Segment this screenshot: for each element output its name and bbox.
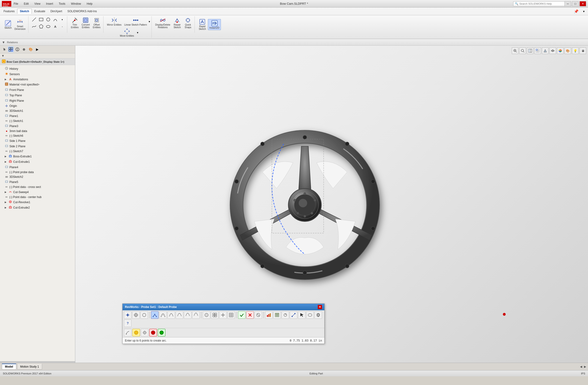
tab-addins[interactable]: SOLIDWORKS Add-Ins bbox=[65, 9, 99, 14]
display-delete-relations-button[interactable]: Display/DeleteRelations bbox=[154, 16, 171, 29]
tree-item-history[interactable]: History bbox=[0, 66, 75, 71]
tree-item-sketch7[interactable]: ✏ (-) Sketch7 bbox=[0, 149, 75, 154]
arc-tool[interactable] bbox=[52, 16, 59, 23]
trim-entities-button[interactable]: TrimEntities bbox=[70, 16, 80, 29]
tree-item-3dsketch2[interactable]: 3D 3DSketch2 bbox=[0, 174, 75, 179]
probe-help-btn[interactable]: ? bbox=[124, 319, 131, 327]
probe-confirm-btn[interactable] bbox=[238, 311, 246, 319]
probe-circle-btn[interactable] bbox=[140, 311, 148, 319]
maximize-button[interactable]: □ bbox=[572, 1, 579, 6]
quick-snaps-button[interactable]: QuickSnaps bbox=[183, 16, 193, 29]
repair-sketch-button[interactable]: RepairSketch bbox=[172, 16, 182, 29]
probe-chart-btn[interactable] bbox=[265, 311, 273, 319]
probe-target-btn[interactable] bbox=[132, 311, 140, 319]
offset-entities-button[interactable]: OffsetEntities bbox=[91, 16, 102, 29]
expand-ribbon-icon[interactable]: ▾ bbox=[581, 8, 587, 15]
menu-file[interactable]: File bbox=[13, 2, 19, 6]
probe-dialog-title[interactable]: RevWorks - Probe Set1 : Default Probe ✕ bbox=[123, 304, 324, 310]
probe-arc1-btn[interactable] bbox=[151, 311, 159, 319]
scene-icon[interactable]: 💡 bbox=[572, 47, 579, 54]
menu-window[interactable]: Window bbox=[70, 2, 82, 6]
menu-edit[interactable]: Edit bbox=[23, 2, 30, 6]
tree-item-cut-revolve1[interactable]: ▶ Cut-Revolve1 bbox=[0, 199, 75, 205]
mouse-icon[interactable]: 🖱 bbox=[1, 46, 7, 52]
pushpin-icon[interactable]: 📌 bbox=[573, 8, 580, 15]
tab-sketch[interactable]: Sketch bbox=[17, 9, 32, 14]
tab-model[interactable]: Model bbox=[2, 364, 16, 369]
probe-table-btn[interactable] bbox=[273, 311, 281, 319]
instant2d-button[interactable]: 2D Instant2D bbox=[208, 19, 221, 30]
probe-tool2-btn[interactable] bbox=[124, 329, 131, 336]
probe-green-indicator[interactable] bbox=[158, 329, 165, 336]
probe-point-btn[interactable] bbox=[124, 311, 131, 319]
tab-motion-study[interactable]: Motion Study 1 bbox=[17, 364, 42, 369]
appearance-vp-icon[interactable]: 🎨 bbox=[565, 47, 571, 54]
rapid-sketch-button[interactable]: RapidSketch bbox=[197, 18, 208, 31]
probe-arc5-btn[interactable] bbox=[184, 311, 191, 319]
tree-item-point-cross[interactable]: ✏ (-) Point data - cross sect bbox=[0, 185, 75, 189]
text-tool[interactable]: A bbox=[52, 23, 59, 30]
move-entities-button[interactable]: Move Entities bbox=[118, 27, 136, 38]
spline-tool[interactable] bbox=[31, 23, 37, 30]
zoom-icon[interactable] bbox=[519, 47, 526, 54]
probe-line-btn[interactable] bbox=[290, 311, 297, 319]
tree-item-plane3[interactable]: Plane3 bbox=[0, 123, 75, 129]
search-box[interactable]: 🔍 bbox=[513, 1, 565, 6]
tree-item-cut-extrude1[interactable]: ▶ Cut-Extrude1 bbox=[0, 159, 75, 164]
menu-tools[interactable]: Tools bbox=[58, 2, 66, 6]
point-tool[interactable]: · bbox=[59, 23, 66, 30]
mirror-entities-button[interactable]: Mirror Entities bbox=[106, 16, 123, 27]
tree-item-material[interactable]: Material <not specified> bbox=[0, 82, 75, 87]
probe-cancel-btn[interactable] bbox=[246, 311, 254, 319]
cut-revolve1-expand[interactable]: ▶ bbox=[5, 201, 7, 203]
probe-arc6-btn[interactable] bbox=[192, 311, 200, 319]
probe-grid2-btn[interactable] bbox=[228, 311, 235, 319]
tree-item-annotations[interactable]: ▶ A Annotations bbox=[0, 77, 75, 82]
minimize-button[interactable]: ─ bbox=[565, 1, 571, 6]
hide-show-icon[interactable] bbox=[549, 47, 556, 54]
tree-item-cut-sweep4[interactable]: ▶ Cut-Sweep4 bbox=[0, 189, 75, 195]
line-tool[interactable] bbox=[31, 16, 37, 23]
tab-evaluate[interactable]: Evaluate bbox=[32, 9, 48, 14]
view-orientation-icon[interactable] bbox=[534, 47, 541, 54]
probe-close-button[interactable]: ✕ bbox=[318, 305, 322, 309]
polygon-tool[interactable] bbox=[38, 23, 44, 30]
menu-help[interactable]: Help bbox=[86, 2, 94, 6]
display-style-icon[interactable] bbox=[542, 47, 548, 54]
display-settings-icon[interactable]: 🖥 bbox=[580, 47, 586, 54]
cut-extrude2-expand[interactable]: ▶ bbox=[5, 206, 7, 209]
cut-sweep4-expand[interactable]: ▶ bbox=[5, 191, 7, 193]
tree-item-sketch1[interactable]: ✏ (-) Sketch1 bbox=[0, 119, 75, 123]
probe-yellow-indicator[interactable] bbox=[132, 329, 140, 336]
annotations-expand[interactable]: ▶ bbox=[5, 78, 7, 80]
rectangle-tool[interactable] bbox=[38, 16, 44, 23]
tree-item-boss-extrude1[interactable]: ▶ Boss-Extrude1 bbox=[0, 154, 75, 159]
tree-item-plane5[interactable]: Plane5 bbox=[0, 179, 75, 185]
tree-item-side2-plane[interactable]: Side 2 Plane bbox=[0, 144, 75, 149]
bottom-nav-right[interactable]: ▶ bbox=[584, 365, 586, 368]
search-input[interactable] bbox=[519, 2, 562, 5]
linear-sketch-button[interactable]: Linear Sketch Pattern bbox=[123, 16, 148, 27]
tree-item-right-plane[interactable]: Right Plane bbox=[0, 98, 75, 103]
boss-extrude1-expand[interactable]: ▶ bbox=[5, 155, 7, 158]
probe-grid-btn[interactable] bbox=[211, 311, 218, 319]
probe-arc2-btn[interactable] bbox=[159, 311, 167, 319]
tab-features[interactable]: Features bbox=[1, 9, 17, 14]
menu-insert[interactable]: Insert bbox=[45, 2, 54, 6]
probe-arc4-btn[interactable] bbox=[176, 311, 183, 319]
bottom-nav-left[interactable]: ◀ bbox=[580, 365, 582, 368]
tree-item-side1-plane[interactable]: Side 1 Plane bbox=[0, 138, 75, 144]
move-dropdown[interactable]: ▾ bbox=[137, 27, 138, 38]
tree-item-sketch6[interactable]: ✏ (-) Sketch6 bbox=[0, 134, 75, 138]
probe-settings-btn[interactable] bbox=[315, 311, 322, 319]
cut-extrude1-expand[interactable]: ▶ bbox=[5, 160, 7, 163]
expand-panel-icon[interactable]: ▶ bbox=[34, 46, 40, 52]
probe-full-circle-btn[interactable] bbox=[203, 311, 210, 319]
viewport[interactable]: 🎨 💡 🖥 bbox=[75, 46, 588, 363]
appearance-icon[interactable]: 🎨 bbox=[28, 46, 33, 52]
tree-item-point-probe[interactable]: ✏ (-) Point probe data bbox=[0, 170, 75, 174]
tree-header[interactable]: Bow Cam (Default<<Default>_Display State… bbox=[0, 58, 75, 65]
tree-item-sensors[interactable]: Sensors bbox=[0, 71, 75, 77]
circle-tool[interactable] bbox=[45, 16, 51, 23]
section-view-icon[interactable] bbox=[527, 47, 533, 54]
